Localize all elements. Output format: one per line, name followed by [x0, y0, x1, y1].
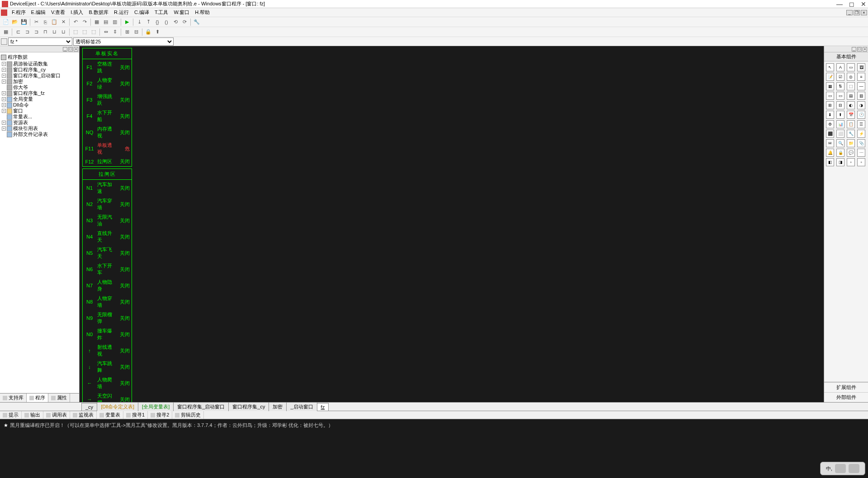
copy-button[interactable]: ⎘ — [41, 18, 49, 26]
palette-component[interactable]: 🔔 — [826, 149, 834, 157]
palette-component[interactable]: A — [836, 63, 844, 71]
save-button[interactable]: 💾 — [20, 18, 28, 26]
project-tree[interactable]: 程序数据 +易游验证函数集+窗口程序集_cy+窗口程序集_启动窗口+加密你大爷+… — [0, 52, 79, 393]
palette-component[interactable]: ⬚ — [847, 82, 855, 90]
feature-row[interactable]: ↓汽车跳舞关闭 — [83, 359, 132, 375]
undo-button[interactable]: ↶ — [71, 18, 80, 26]
palette-component[interactable]: 🕐 — [857, 111, 865, 119]
rpanel-min-button[interactable]: _ — [852, 47, 856, 52]
panel-max-button[interactable]: □ — [68, 47, 73, 52]
space-button-2[interactable]: ⇕ — [111, 28, 119, 36]
panel-close-button[interactable]: × — [74, 47, 78, 52]
feature-row[interactable]: F4水下开船关闭 — [83, 108, 132, 124]
tree-node[interactable]: +Dll命令 — [1, 102, 78, 108]
feature-row[interactable]: N1汽车加速关闭 — [83, 180, 132, 196]
mdi-close-button[interactable]: × — [861, 10, 867, 15]
feature-row[interactable]: →天空闪耀关闭 — [83, 391, 132, 402]
order-button[interactable]: ⬆ — [153, 28, 161, 36]
menu-item[interactable]: F.程序 — [9, 8, 28, 17]
feature-row[interactable]: F1空格连跳关闭 — [83, 59, 132, 75]
palette-component[interactable]: ⬇ — [826, 111, 834, 119]
feature-row[interactable]: F3增强跳跃关闭 — [83, 92, 132, 108]
menu-item[interactable]: B.数据库 — [86, 8, 111, 17]
palette-component[interactable]: ▫ — [857, 158, 865, 166]
palette-component[interactable]: ⬆ — [836, 111, 844, 119]
mdi-restore-button[interactable]: ❐ — [854, 10, 860, 15]
palette-component[interactable]: ⚙ — [826, 120, 834, 128]
tree-node[interactable]: +全局变量 — [1, 96, 78, 102]
info-tab[interactable]: 输出 — [22, 411, 43, 419]
center-v-button[interactable]: ⊟ — [132, 28, 140, 36]
palette-component[interactable]: ▫ — [847, 158, 855, 166]
menu-item[interactable]: V.查看 — [48, 8, 68, 17]
panel-min-button[interactable]: _ — [63, 47, 67, 52]
left-tab[interactable]: 程序 — [27, 394, 48, 402]
run-button[interactable]: ▶ — [123, 18, 131, 26]
tree-node[interactable]: +模块引用表 — [1, 126, 78, 131]
editor-tab[interactable]: _启动窗口 — [286, 402, 317, 411]
maximize-button[interactable]: ◻ — [849, 0, 854, 8]
info-tab[interactable]: 剪辑历史 — [172, 411, 204, 419]
palette-component[interactable]: 📎 — [857, 139, 865, 147]
close-button[interactable]: ✕ — [861, 0, 866, 8]
form-designer[interactable]: 单板实名 F1空格连跳关闭F2人物变绿关闭F3增强跳跃关闭F4水下开船关闭NQ内… — [80, 46, 824, 402]
tree-node[interactable]: +窗口 — [1, 108, 78, 114]
rpanel-max-button[interactable]: □ — [857, 47, 862, 52]
mdi-minimize-button[interactable]: _ — [846, 10, 853, 15]
palette-component[interactable]: ⬛ — [826, 130, 834, 138]
layout-button-1[interactable]: ▦ — [93, 18, 101, 26]
palette-component[interactable]: ▭ — [826, 92, 834, 100]
menu-item[interactable]: I.插入 — [68, 8, 86, 17]
palette-component[interactable]: ⊟ — [836, 101, 844, 109]
debug-button-2[interactable]: ⤒ — [144, 18, 152, 26]
palette-component[interactable]: 🔒 — [836, 149, 844, 157]
align-top-button[interactable]: ⊓ — [41, 28, 49, 36]
open-button[interactable]: 📂 — [11, 18, 19, 26]
palette-component[interactable]: ☑ — [836, 73, 844, 81]
redo-button[interactable]: ↷ — [80, 18, 89, 26]
palette-component[interactable]: 📝 — [826, 73, 834, 81]
align-center-button[interactable]: ⊐ — [23, 28, 31, 36]
feature-row[interactable]: F11单板透视危 — [83, 141, 132, 157]
tree-node[interactable]: 常量表... — [1, 114, 78, 120]
size-button-2[interactable]: ⬚ — [80, 28, 89, 36]
feature-row[interactable]: F2人物变绿关闭 — [83, 75, 132, 92]
editor-tab[interactable]: [全局变量表] — [138, 402, 174, 411]
debug-button-6[interactable]: ⟳ — [180, 18, 189, 26]
tree-toggle-icon[interactable]: + — [2, 91, 6, 95]
info-tab[interactable]: 监视表 — [70, 411, 97, 419]
editor-tab[interactable]: fz — [317, 403, 329, 411]
info-tab[interactable]: 变量表 — [97, 411, 123, 419]
space-button-1[interactable]: ⇔ — [102, 28, 110, 36]
menu-item[interactable]: R.运行 — [111, 8, 132, 17]
feature-row[interactable]: F12拉闸区关闭 — [83, 157, 132, 166]
align-middle-button[interactable]: ⊔ — [50, 28, 58, 36]
feature-row[interactable]: N2汽车穿墙关闭 — [83, 196, 132, 212]
palette-component[interactable]: 🔍 — [836, 139, 844, 147]
palette-component[interactable]: 📁 — [847, 139, 855, 147]
palette-component[interactable]: ✉ — [826, 139, 834, 147]
palette-category-button[interactable]: 外部组件 — [824, 392, 868, 402]
tree-toggle-icon[interactable]: + — [2, 68, 6, 72]
tree-node[interactable]: +窗口程序集_启动窗口 — [1, 73, 78, 79]
tree-toggle-icon[interactable]: + — [2, 103, 6, 107]
grid-button[interactable]: ▦ — [2, 28, 10, 36]
palette-component[interactable]: ▥ — [857, 92, 865, 100]
palette-component[interactable]: ↖ — [826, 63, 834, 71]
left-tab[interactable]: 属性 — [48, 394, 70, 402]
palette-component[interactable]: 💬 — [847, 149, 855, 157]
control-selector[interactable]: 透明标签25 — [73, 37, 174, 46]
palette-component[interactable]: 📊 — [836, 120, 844, 128]
tree-toggle-icon[interactable]: + — [2, 109, 6, 113]
palette-component[interactable]: 🔧 — [847, 130, 855, 138]
tree-toggle-icon[interactable]: + — [2, 121, 6, 125]
tree-toggle-icon[interactable]: + — [2, 62, 6, 66]
palette-component[interactable]: ◎ — [847, 73, 855, 81]
feature-row[interactable]: N6水下开车关闭 — [83, 261, 132, 277]
feature-row[interactable]: NQ内存透视关闭 — [83, 124, 132, 141]
center-h-button[interactable]: ⊞ — [123, 28, 131, 36]
feature-row[interactable]: ←人物爬墙关闭 — [83, 375, 132, 391]
info-tab[interactable]: 搜寻2 — [148, 411, 172, 419]
left-tab[interactable]: 支持库 — [0, 394, 27, 402]
editor-tab[interactable]: 窗口程序集_cy — [228, 402, 269, 411]
